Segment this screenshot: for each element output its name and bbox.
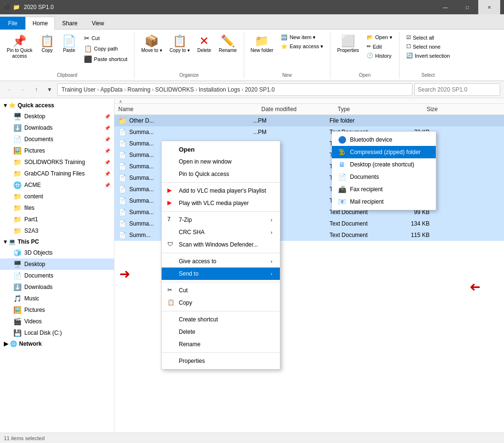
- ctx-vlc-play[interactable]: ▶ Play with VLC media player: [162, 197, 280, 209]
- path-segment-2[interactable]: AppData: [100, 86, 124, 93]
- sidebar-item-videos[interactable]: 🎬 Videos: [0, 316, 114, 327]
- sidebar-item-acme[interactable]: 🌐 ACME 📌: [0, 179, 114, 191]
- sidebar-item-downloads[interactable]: ⬇️ Downloads 📌: [0, 122, 114, 134]
- expand-icon-net: ▶: [4, 340, 8, 347]
- sidebar-item-3dobjects[interactable]: 🧊 3D Objects: [0, 247, 114, 258]
- close-button[interactable]: ✕: [478, 0, 500, 14]
- submenu-compressed[interactable]: 🗜 Compressed (zipped) folder: [332, 146, 436, 158]
- select-all-button[interactable]: ☑ Select all: [403, 33, 453, 41]
- ctx-crcsha[interactable]: CRC SHA ›: [162, 226, 280, 238]
- sidebar-item-content[interactable]: 📁 content: [0, 191, 114, 202]
- col-header-date[interactable]: Date modified: [261, 106, 338, 113]
- select-none-button[interactable]: ☐ Select none: [403, 42, 453, 51]
- tab-share[interactable]: Share: [55, 17, 84, 30]
- paste-button[interactable]: 📄 Paste: [59, 33, 79, 55]
- back-button[interactable]: ←: [4, 84, 15, 95]
- history-button[interactable]: 🕐 History: [364, 52, 395, 60]
- ctx-create-shortcut[interactable]: Create shortcut: [162, 313, 280, 326]
- table-row[interactable]: 📄 Summa... ...PM Text Document 72 KB: [114, 126, 504, 138]
- tab-file[interactable]: File: [0, 17, 25, 30]
- col-header-name[interactable]: Name: [118, 106, 261, 113]
- ctx-properties[interactable]: Properties: [162, 355, 280, 367]
- address-path[interactable]: Training User › AppData › Roaming › SOLI…: [57, 83, 412, 96]
- doc-row-icon: 📄: [118, 208, 126, 216]
- ctx-sep1: [162, 182, 280, 183]
- red-arrow-left-1: ➜: [470, 279, 481, 295]
- ctx-open[interactable]: Open: [162, 143, 280, 155]
- ribbon: 📌 Pin to Quickaccess 📋 Copy 📄 Paste ✂ Cu…: [0, 30, 504, 81]
- copy-path-button[interactable]: 📋 Copy path: [81, 44, 130, 53]
- delete-button[interactable]: ✕ Delete: [195, 33, 214, 55]
- new-item-button[interactable]: 🆕 New item ▾: [278, 33, 326, 41]
- rename-button[interactable]: ✏️ Rename: [216, 33, 240, 55]
- easy-access-button[interactable]: ⭐ Easy access ▾: [278, 42, 326, 51]
- recent-locations-button[interactable]: ▼: [44, 84, 55, 95]
- path-segment-4[interactable]: SOLIDWORKS: [154, 86, 195, 93]
- submenu-bluetooth[interactable]: 🔵 Bluetooth device: [332, 134, 436, 146]
- ctx-open-new-window[interactable]: Open in new window: [162, 155, 280, 168]
- ctx-defender[interactable]: 🛡 Scan with Windows Defender...: [162, 238, 280, 251]
- open-button[interactable]: 📂 Open ▾: [364, 33, 395, 41]
- invert-selection-button[interactable]: 🔄 Invert selection: [403, 52, 453, 60]
- new-folder-button[interactable]: 📁 New folder: [248, 33, 277, 55]
- forward-button[interactable]: →: [17, 84, 29, 95]
- tab-view[interactable]: View: [84, 17, 111, 30]
- up-button[interactable]: ↑: [31, 84, 42, 95]
- sidebar-item-desktop-pc[interactable]: 🖥️ Desktop: [0, 258, 114, 270]
- copy-to-button[interactable]: 📋 Copy to ▾: [167, 33, 193, 55]
- col-header-size[interactable]: Size: [400, 106, 438, 113]
- sidebar-item-desktop[interactable]: 🖥️ Desktop 📌: [0, 111, 114, 122]
- sidebar-item-files[interactable]: 📁 files: [0, 202, 114, 214]
- col-header-type[interactable]: Type: [338, 106, 400, 113]
- sidebar-item-grabcad[interactable]: 📁 GrabCAD Training Files 📌: [0, 168, 114, 179]
- sidebar-item-s2a3[interactable]: 📁 S2A3: [0, 225, 114, 237]
- organize-label: Organize: [179, 72, 199, 79]
- edit-button[interactable]: ✏ Edit: [364, 42, 395, 51]
- table-row[interactable]: 📁 Other D... ...PM File folder: [114, 115, 504, 126]
- videos-icon: 🎬: [13, 318, 21, 325]
- sidebar-item-music[interactable]: 🎵 Music: [0, 293, 114, 304]
- ctx-give-access[interactable]: Give access to ›: [162, 255, 280, 268]
- paste-shortcut-button[interactable]: ⬛ Paste shortcut: [81, 54, 130, 64]
- minimize-button[interactable]: —: [434, 0, 456, 14]
- ctx-7zip[interactable]: 7 7-Zip ›: [162, 214, 280, 226]
- properties-button[interactable]: ⬜ Properties: [334, 33, 362, 55]
- cut-button[interactable]: ✂ Cut: [81, 33, 130, 43]
- ctx-copy[interactable]: 📋 Copy: [162, 297, 280, 309]
- sidebar-item-downloads-pc[interactable]: ⬇️ Downloads: [0, 281, 114, 293]
- maximize-button[interactable]: □: [456, 0, 478, 14]
- pin-to-quick-access-button[interactable]: 📌 Pin to Quickaccess: [4, 33, 35, 61]
- sidebar-item-pictures[interactable]: 🖼️ Pictures 📌: [0, 145, 114, 156]
- path-segment-1[interactable]: Training User: [61, 86, 97, 93]
- doc-row-icon: 📄: [118, 231, 126, 239]
- downloads-icon: ⬇️: [13, 124, 21, 132]
- ctx-send-to[interactable]: Send to ›: [162, 268, 280, 280]
- submenu-mail[interactable]: 📧 Mail recipient: [332, 196, 436, 208]
- sidebar-section-thispc[interactable]: ▾ 💻 This PC: [0, 237, 114, 247]
- sidebar-item-solidworks-training[interactable]: 📁 SOLIDWORKS Training 📌: [0, 156, 114, 168]
- ctx-cut[interactable]: ✂ Cut: [162, 284, 280, 297]
- ctx-delete[interactable]: Delete: [162, 326, 280, 338]
- copy-button[interactable]: 📋 Copy: [37, 33, 57, 55]
- sidebar-item-documents[interactable]: 📄 Documents 📌: [0, 134, 114, 145]
- window-menu-icon[interactable]: ⬛: [4, 4, 11, 10]
- path-segment-3[interactable]: Roaming: [126, 86, 151, 93]
- sidebar-item-part1[interactable]: 📁 Part1: [0, 214, 114, 225]
- sidebar-item-documents-pc[interactable]: 📄 Documents: [0, 270, 114, 281]
- move-to-button[interactable]: 📦 Move to ▾: [138, 33, 165, 55]
- ctx-pin-quick[interactable]: Pin to Quick access: [162, 168, 280, 180]
- ctx-rename[interactable]: Rename: [162, 338, 280, 350]
- submenu-documents[interactable]: 📄 Documents: [332, 171, 436, 183]
- path-segment-5[interactable]: Installation Logs: [198, 86, 241, 93]
- sidebar-item-localdisk[interactable]: 💾 Local Disk (C:): [0, 327, 114, 339]
- tab-home[interactable]: Home: [25, 17, 55, 30]
- submenu-desktop[interactable]: 🖥 Desktop (create shortcut): [332, 158, 436, 171]
- submenu-fax[interactable]: 📠 Fax recipient: [332, 183, 436, 196]
- sidebar-item-pictures-pc[interactable]: 🖼️ Pictures: [0, 304, 114, 316]
- search-input[interactable]: [414, 83, 500, 96]
- sidebar-section-network[interactable]: ▶ 🌐 Network: [0, 339, 114, 349]
- documents-sub-icon: 📄: [338, 173, 346, 181]
- ctx-vlc-playlist[interactable]: ▶ Add to VLC media player's Playlist: [162, 185, 280, 197]
- sidebar-section-quick-access[interactable]: ▾ ⭐ Quick access: [0, 100, 114, 111]
- path-segment-6[interactable]: 2020 SP1.0: [244, 86, 276, 93]
